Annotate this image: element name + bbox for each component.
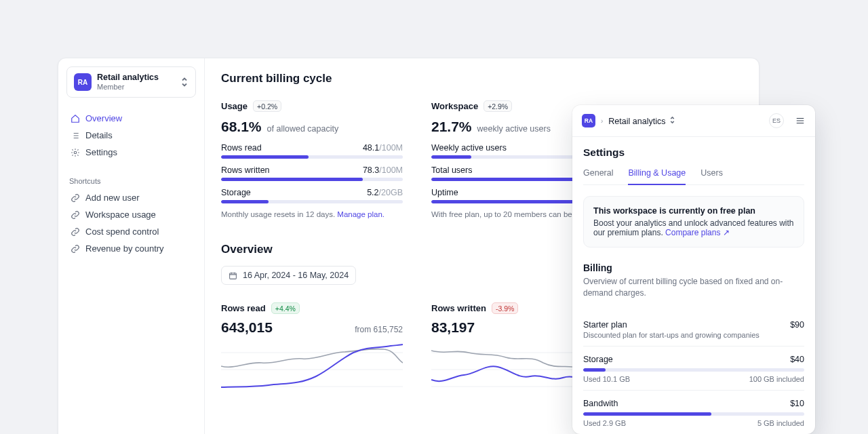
item-desc: Discounted plan for start-ups and growin… xyxy=(583,331,804,339)
chevron-right-icon: › xyxy=(601,117,603,125)
metric-label: Storage xyxy=(221,188,251,197)
tab-general[interactable]: General xyxy=(583,168,613,184)
shortcuts-heading: Shortcuts xyxy=(69,177,196,185)
metric-storage: Storage5.2/20GB xyxy=(221,188,403,203)
metric-value: 78.3 xyxy=(363,165,379,175)
item-name: Starter plan xyxy=(583,320,627,330)
chart-value: 83,197 xyxy=(431,319,475,336)
usage-sub: of allowed capacity xyxy=(267,124,339,134)
date-range-picker[interactable]: 16 Apr, 2024 - 16 May, 2024 xyxy=(221,266,356,285)
usage-footnote: Monthly usage resets in 12 days. Manage … xyxy=(221,210,403,218)
settings-header: RA › Retail analytics ES xyxy=(572,105,815,137)
shortcut-add-user[interactable]: Add new user xyxy=(66,189,196,206)
callout-title: This workspace is currently on free plan xyxy=(593,206,794,216)
link-icon xyxy=(71,193,80,203)
nav-overview[interactable]: Overview xyxy=(66,110,196,127)
metric-label: Rows read xyxy=(221,143,262,153)
settings-avatar: RA xyxy=(582,114,595,127)
delta-badge: +4.4% xyxy=(271,302,300,314)
usage-delta-badge: +0.2% xyxy=(253,100,281,112)
progress-bar xyxy=(583,412,804,416)
primary-nav: Overview Details Settings xyxy=(66,110,196,161)
metric-label: Uptime xyxy=(431,188,458,197)
settings-tabs: General Billing & Usage Users xyxy=(583,168,804,185)
billing-heading: Billing xyxy=(583,262,804,273)
metric-cap: /100M xyxy=(379,165,403,175)
line-item-bandwidth: Bandwith$10 Used 2.9 GB5 GB included xyxy=(583,390,804,434)
list-icon xyxy=(71,131,80,140)
chart-value: 643,015 xyxy=(221,319,273,336)
manage-plan-link[interactable]: Manage plan. xyxy=(337,210,384,218)
usage-pct: 68.1% xyxy=(221,119,262,135)
workspace-sub: weekly active users xyxy=(477,124,551,134)
link-icon xyxy=(71,227,80,237)
link-text: Compare plans xyxy=(665,228,720,237)
shortcut-label: Revenue by country xyxy=(85,243,164,254)
shortcut-revenue-country[interactable]: Revenue by country xyxy=(66,240,196,257)
workspace-pct: 21.7% xyxy=(431,119,472,135)
chart-rows-read: Rows read +4.4% 643,015 from 615,752 xyxy=(221,302,403,399)
metric-label: Total users xyxy=(431,165,472,175)
shortcut-label: Add new user xyxy=(85,193,140,203)
delta-badge: -3.9% xyxy=(492,302,518,314)
selector-chevrons-icon xyxy=(180,77,189,87)
progress-bar xyxy=(221,155,403,159)
item-used: Used 10.1 GB xyxy=(583,375,630,383)
metric-value: 5.2 xyxy=(367,188,378,197)
billing-items: Starter plan$90 Discounted plan for star… xyxy=(583,312,804,434)
nav-label: Overview xyxy=(85,113,122,123)
svg-rect-1 xyxy=(230,273,237,279)
hamburger-icon[interactable] xyxy=(795,116,806,125)
item-used: Used 2.9 GB xyxy=(583,419,626,427)
nav-label: Details xyxy=(85,130,113,140)
arrow-up-right-icon: ↗ xyxy=(723,228,730,237)
workspace-delta-badge: +2.9% xyxy=(484,100,512,112)
item-price: $90 xyxy=(790,320,804,330)
metric-label: Rows written xyxy=(221,165,270,175)
item-name: Bandwith xyxy=(583,399,618,408)
billing-cycle-heading: Current billing cycle xyxy=(221,72,743,85)
progress-bar xyxy=(221,200,403,203)
svg-point-0 xyxy=(74,151,77,154)
item-included: 100 GB included xyxy=(749,375,804,383)
breadcrumb-text: Retail analytics xyxy=(608,117,665,126)
shortcut-cost-control[interactable]: Cost spend control xyxy=(66,223,196,240)
tab-users[interactable]: Users xyxy=(701,168,723,184)
chart-title: Rows written xyxy=(431,303,486,313)
item-name: Storage xyxy=(583,355,613,364)
progress-bar xyxy=(221,178,403,181)
home-icon xyxy=(71,114,80,123)
user-avatar-badge[interactable]: ES xyxy=(769,113,784,128)
workspace-role: Member xyxy=(97,83,175,92)
calendar-icon xyxy=(229,271,237,280)
reset-text: Monthly usage resets in 12 days. xyxy=(221,210,337,218)
metric-value: 48.1 xyxy=(363,143,379,153)
line-item-storage: Storage$40 Used 10.1 GB100 GB included xyxy=(583,346,804,390)
billing-desc: Overview of current billing cycle based … xyxy=(583,276,804,300)
sidebar: RA Retail analytics Member Overview Deta… xyxy=(58,58,205,434)
nav-details[interactable]: Details xyxy=(66,127,196,144)
settings-breadcrumb[interactable]: Retail analytics xyxy=(608,116,675,126)
billing-section: Billing Overview of current billing cycl… xyxy=(583,262,804,434)
metric-rows-written: Rows written78.3/100M xyxy=(221,165,403,181)
compare-plans-link[interactable]: Compare plans ↗ xyxy=(665,228,730,237)
nav-label: Settings xyxy=(85,147,117,157)
workspace-avatar: RA xyxy=(74,73,92,91)
tab-billing-usage[interactable]: Billing & Usage xyxy=(628,168,686,185)
workspace-title: Workspace xyxy=(431,101,478,111)
metric-rows-read: Rows read48.1/100M xyxy=(221,143,403,159)
settings-title: Settings xyxy=(583,146,804,159)
metric-cap: /20GB xyxy=(379,188,403,197)
metric-label: Weekly active users xyxy=(431,143,507,153)
sparkline-chart xyxy=(221,342,403,397)
workspace-info: Retail analytics Member xyxy=(97,73,175,92)
nav-settings[interactable]: Settings xyxy=(66,144,196,161)
item-price: $40 xyxy=(790,355,804,364)
line-item-starter: Starter plan$90 Discounted plan for star… xyxy=(583,312,804,346)
link-icon xyxy=(71,210,80,220)
shortcut-workspace-usage[interactable]: Workspace usage xyxy=(66,206,196,223)
workspace-switcher[interactable]: RA Retail analytics Member xyxy=(66,66,196,98)
shortcut-label: Cost spend control xyxy=(85,226,159,237)
item-included: 5 GB included xyxy=(757,419,804,427)
chart-title: Rows read xyxy=(221,303,266,313)
